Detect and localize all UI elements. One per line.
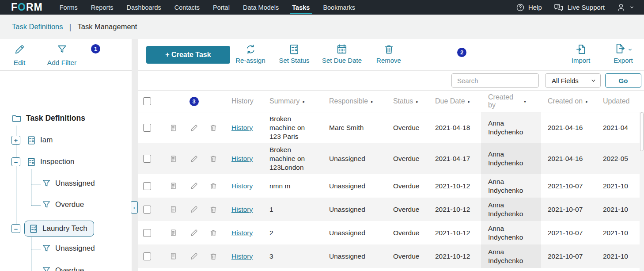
delete-row-icon[interactable] <box>209 229 217 237</box>
edit-label: Edit <box>14 59 26 67</box>
nav-item-reports[interactable]: Reports <box>91 0 114 15</box>
export-button[interactable]: Export <box>601 43 644 64</box>
row-checkbox[interactable] <box>143 252 151 260</box>
edit-row-icon[interactable] <box>190 155 198 163</box>
account-menu[interactable] <box>616 3 634 12</box>
tree-item-inspection[interactable]: – Inspection <box>11 157 75 167</box>
nav-item-contacts[interactable]: Contacts <box>174 0 200 15</box>
task-details-icon[interactable] <box>170 124 177 132</box>
collapse-icon[interactable]: – <box>11 157 20 166</box>
nav-item-portal[interactable]: Portal <box>213 0 230 15</box>
delete-row-icon[interactable] <box>209 252 217 260</box>
cell-due-date: 2021-10-12 <box>428 198 481 221</box>
column-header-updated[interactable]: Updated <box>597 91 640 112</box>
edit-row-icon[interactable] <box>190 182 198 190</box>
live-support-button[interactable]: Live Support <box>553 3 605 12</box>
tree-filter-inspection-overdue[interactable]: Overdue <box>42 200 84 210</box>
reassign-button[interactable]: Re-assign <box>228 43 273 64</box>
task-details-icon[interactable] <box>170 229 177 237</box>
row-checkbox[interactable] <box>143 206 151 214</box>
task-details-icon[interactable] <box>170 206 177 213</box>
funnel-icon <box>42 200 51 210</box>
task-clipboard-icon <box>27 157 36 167</box>
circular-arrows-icon <box>245 43 257 55</box>
row-checkbox[interactable] <box>143 155 151 163</box>
scrollbar-thumb[interactable] <box>640 112 644 151</box>
history-link[interactable]: History <box>231 205 253 214</box>
expand-icon[interactable]: + <box>11 136 20 145</box>
tree-connector <box>31 237 31 271</box>
collapse-icon[interactable]: – <box>11 224 20 233</box>
column-header-created-on[interactable]: Created on▸ <box>541 91 597 112</box>
go-button[interactable]: Go <box>605 73 641 88</box>
row-checkbox[interactable] <box>143 182 151 190</box>
edit-row-icon[interactable] <box>190 252 198 260</box>
tree-item-laundry-tech-selected[interactable]: – Laundry Tech <box>11 221 94 237</box>
nav-item-bookmarks[interactable]: Bookmarks <box>323 0 355 15</box>
column-header-responsible[interactable]: Responsible▸ <box>322 91 386 112</box>
nav-item-forms[interactable]: Forms <box>60 0 78 15</box>
cell-created-on: 2021-04-16 <box>541 112 597 143</box>
callout-badge-3: 3 <box>189 97 199 106</box>
history-link[interactable]: History <box>231 123 253 132</box>
edit-row-icon[interactable] <box>190 124 198 132</box>
set-status-button[interactable]: Set Status <box>272 43 316 64</box>
cell-status: Overdue <box>386 143 428 174</box>
tree-root-label: Task Definitions <box>26 114 85 123</box>
history-link[interactable]: History <box>231 182 253 191</box>
history-link[interactable]: History <box>231 252 253 261</box>
tree-filter-laundry-overdue[interactable]: Overdue <box>42 266 84 271</box>
select-all-checkbox[interactable] <box>143 97 151 105</box>
tree-root-task-definitions[interactable]: Task Definitions <box>11 113 85 123</box>
column-label: Created on <box>548 97 583 105</box>
selected-tree-item[interactable]: Laundry Tech <box>24 221 94 237</box>
column-label: Due Date <box>435 97 465 105</box>
column-header-summary[interactable]: Summary▸ <box>261 91 322 112</box>
breadcrumb-separator: | <box>69 22 72 32</box>
delete-row-icon[interactable] <box>209 182 217 190</box>
task-details-icon[interactable] <box>170 155 177 163</box>
nav-item-tasks[interactable]: Tasks <box>292 0 310 15</box>
document-arrow-in-icon <box>575 43 587 55</box>
column-label: Created by <box>488 93 521 109</box>
search-field-select[interactable]: All Fields <box>545 73 601 88</box>
search-input[interactable] <box>451 73 539 88</box>
nav-item-data-models[interactable]: Data Models <box>243 0 279 15</box>
vertical-scrollbar[interactable] <box>640 112 644 271</box>
cell-responsible: Unassigned <box>322 221 386 244</box>
nav-item-dashboards[interactable]: Dashboards <box>127 0 161 15</box>
set-due-date-button[interactable]: Set Due Date <box>320 43 364 64</box>
tree-connector <box>31 169 31 206</box>
tree-item-iam[interactable]: + Iam <box>11 135 53 145</box>
remove-button[interactable]: Remove <box>367 43 411 64</box>
delete-row-icon[interactable] <box>209 206 217 214</box>
tree-filter-inspection-unassigned[interactable]: Unassigned <box>42 179 95 188</box>
task-details-icon[interactable] <box>170 252 177 260</box>
column-header-due-date[interactable]: Due Date▸ <box>428 91 481 112</box>
tree-filter-label: Unassigned <box>55 244 95 253</box>
column-header-created-by[interactable]: Created by▾ <box>481 91 541 112</box>
edit-row-icon[interactable] <box>190 229 198 237</box>
cell-created-on: 2021-04-16 <box>541 143 597 174</box>
sidebar-collapse-button[interactable]: ‹ <box>131 201 138 214</box>
row-checkbox[interactable] <box>143 229 151 237</box>
edit-row-icon[interactable] <box>190 205 198 214</box>
task-details-icon[interactable] <box>170 182 177 190</box>
tree-filter-laundry-unassigned[interactable]: Unassigned <box>42 244 95 253</box>
column-header-status[interactable]: Status▸ <box>386 91 428 112</box>
cell-created-on: 2021-10-07 <box>541 174 597 198</box>
delete-row-icon[interactable] <box>209 124 217 132</box>
row-checkbox[interactable] <box>143 124 151 132</box>
history-link[interactable]: History <box>231 154 253 163</box>
column-header-history: History <box>223 91 261 112</box>
add-filter-button[interactable]: Add Filter <box>43 44 81 67</box>
form-logo[interactable]: FORM <box>11 1 43 13</box>
table-row: History 3 Unassigned Overdue 2021-10-12 … <box>138 244 640 268</box>
import-button[interactable]: Import <box>559 43 603 64</box>
delete-row-icon[interactable] <box>209 155 217 163</box>
help-button[interactable]: Help <box>516 3 542 12</box>
breadcrumb-task-definitions[interactable]: Task Definitions <box>12 23 63 31</box>
history-link[interactable]: History <box>231 229 253 237</box>
edit-button[interactable]: Edit <box>8 44 31 67</box>
create-task-button[interactable]: + Create Task <box>146 46 230 64</box>
